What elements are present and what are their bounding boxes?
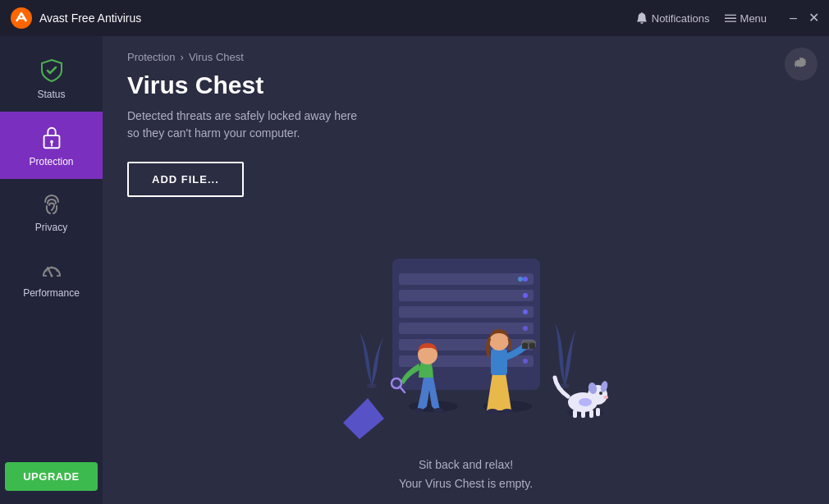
- breadcrumb: Protection › Virus Chest: [103, 36, 829, 63]
- sidebar-item-status[interactable]: Status: [0, 44, 103, 112]
- svg-point-14: [518, 277, 523, 282]
- sidebar-item-privacy[interactable]: Privacy: [0, 179, 103, 245]
- svg-point-5: [50, 275, 53, 277]
- notifications-button[interactable]: Notifications: [636, 12, 710, 25]
- svg-rect-33: [529, 343, 535, 349]
- page-description: Detected threats are safely locked away …: [127, 108, 804, 142]
- svg-rect-45: [589, 410, 593, 418]
- shield-icon: [39, 57, 65, 84]
- svg-point-41: [599, 392, 602, 395]
- titlebar-actions: Notifications Menu – ✕: [636, 11, 819, 25]
- minimize-button[interactable]: –: [790, 11, 797, 25]
- svg-point-36: [502, 409, 513, 414]
- add-file-button[interactable]: ADD FILE...: [127, 162, 244, 197]
- sidebar-item-status-label: Status: [37, 89, 65, 100]
- fingerprint-icon: [39, 192, 64, 217]
- sidebar: Status Protection Privacy: [0, 36, 103, 504]
- main-layout: Status Protection Privacy: [0, 36, 829, 504]
- window-controls: – ✕: [790, 11, 819, 25]
- upgrade-button[interactable]: UPGRADE: [5, 462, 98, 491]
- app-logo: Avast Free Antivirus: [10, 7, 636, 30]
- titlebar: Avast Free Antivirus Notifications Menu …: [0, 0, 829, 36]
- hamburger-icon: [725, 12, 736, 24]
- svg-point-47: [579, 398, 592, 406]
- app-title: Avast Free Antivirus: [39, 11, 141, 25]
- svg-point-28: [414, 408, 424, 413]
- svg-point-19: [523, 359, 528, 364]
- svg-point-17: [523, 326, 528, 331]
- breadcrumb-current: Virus Chest: [189, 51, 244, 63]
- svg-rect-44: [581, 410, 585, 418]
- svg-rect-32: [522, 343, 528, 349]
- illustration-svg: [294, 234, 639, 447]
- speedometer-icon: [39, 258, 64, 282]
- svg-point-35: [487, 409, 498, 414]
- page-content: Virus Chest Detected threats are safely …: [103, 63, 829, 213]
- caption-line1: Sit back and relax!: [419, 458, 513, 471]
- svg-rect-9: [399, 306, 534, 318]
- breadcrumb-parent[interactable]: Protection: [127, 51, 176, 63]
- page-title: Virus Chest: [127, 71, 804, 99]
- svg-rect-43: [573, 410, 577, 418]
- svg-point-16: [523, 309, 528, 314]
- sidebar-item-performance-label: Performance: [23, 287, 80, 299]
- menu-button[interactable]: Menu: [725, 12, 767, 25]
- sidebar-item-privacy-label: Privacy: [35, 222, 67, 233]
- lock-icon: [39, 125, 64, 151]
- svg-rect-10: [399, 323, 534, 334]
- page-description-line1: Detected threats are safely locked away …: [127, 109, 357, 122]
- svg-point-13: [523, 277, 528, 282]
- illustration-area: Sit back and relax! Your Virus Chest is …: [103, 234, 829, 504]
- gear-icon: [793, 56, 809, 72]
- settings-button[interactable]: [785, 48, 818, 80]
- close-button[interactable]: ✕: [808, 11, 819, 25]
- sidebar-item-protection[interactable]: Protection: [0, 112, 103, 179]
- sidebar-item-performance[interactable]: Performance: [0, 245, 103, 310]
- sidebar-item-protection-label: Protection: [29, 156, 73, 167]
- breadcrumb-separator: ›: [181, 51, 184, 63]
- caption-line2: Your Virus Chest is empty.: [399, 477, 533, 490]
- svg-rect-30: [491, 349, 507, 375]
- svg-point-42: [603, 396, 608, 399]
- svg-rect-46: [596, 408, 600, 416]
- content-area: Protection › Virus Chest Virus Chest Det…: [103, 36, 829, 504]
- svg-point-15: [523, 293, 528, 298]
- svg-point-29: [433, 408, 443, 413]
- illustration-caption: Sit back and relax! Your Virus Chest is …: [399, 456, 533, 493]
- page-description-line2: so they can't harm your computer.: [127, 126, 300, 140]
- svg-line-4: [48, 268, 52, 276]
- svg-rect-8: [399, 290, 534, 301]
- svg-rect-7: [399, 273, 534, 285]
- bell-icon: [636, 12, 648, 24]
- avast-logo-icon: [10, 7, 33, 30]
